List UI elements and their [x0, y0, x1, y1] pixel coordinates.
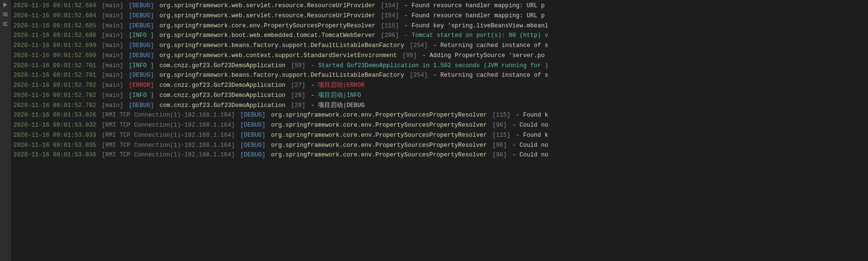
log-timestamp: 2020-11-16 09:01:52.698	[13, 31, 96, 40]
log-level: [DEBUG]	[240, 121, 266, 130]
log-linenum: [99]	[402, 51, 417, 60]
log-level: [INFO ]	[129, 61, 154, 71]
log-message: - 项目启动|INFO	[311, 91, 361, 100]
log-message: - Could no	[512, 121, 548, 130]
log-line: 2020-11-16 09:01:52.685 [main] [DEBUG] o…	[11, 21, 868, 31]
log-thread: [RMI TCP Connection(1)-192.168.1.164]	[102, 111, 235, 120]
log-linenum: [115]	[381, 22, 399, 31]
log-level: [INFO ]	[129, 91, 154, 100]
log-thread: [main]	[102, 41, 123, 50]
svg-rect-6	[3, 25, 8, 26]
log-message: - Adding PropertySource 'server.po	[422, 51, 545, 60]
log-line: 2020-11-16 09:01:53.033 [RMI TCP Connect…	[11, 130, 868, 141]
log-thread: [main]	[102, 101, 123, 110]
log-thread: [main]	[102, 51, 123, 60]
log-timestamp: 2020-11-16 09:01:53.035	[13, 141, 96, 150]
log-timestamp: 2020-11-16 09:01:52.685	[13, 22, 96, 31]
log-timestamp: 2020-11-16 09:01:52.701	[13, 71, 96, 80]
log-timestamp: 2020-11-16 09:01:53.036	[13, 151, 96, 160]
log-timestamp: 2020-11-16 09:01:52.684	[13, 1, 96, 11]
log-level: [DEBUG]	[129, 12, 154, 21]
log-line: 2020-11-16 09:01:53.035 [RMI TCP Connect…	[11, 141, 868, 151]
log-timestamp: 2020-11-16 09:01:52.699	[13, 51, 96, 60]
log-linenum: [96]	[493, 141, 507, 150]
log-message: - 项目启动|DEBUG	[311, 101, 364, 110]
log-line: 2020-11-16 09:01:52.684 [main] [DEBUG] o…	[11, 11, 868, 21]
log-thread: [RMI TCP Connection(1)-192.168.1.164]	[102, 121, 235, 130]
log-message: - Tomcat started on port(s): 80 (http) v	[404, 31, 548, 40]
log-level: [DEBUG]	[240, 131, 266, 140]
log-line: 2020-11-16 09:01:52.702 [main] [INFO ] c…	[11, 91, 868, 101]
log-message: - Returning cached instance of s	[433, 41, 548, 50]
log-message: - Found k	[516, 111, 549, 120]
log-timestamp: 2020-11-16 09:01:52.702	[13, 101, 96, 110]
log-message: - Could no	[512, 141, 548, 150]
log-logger: org.springframework.beans.factory.suppor…	[160, 71, 404, 80]
log-thread: [main]	[102, 71, 123, 80]
log-timestamp: 2020-11-16 09:01:52.699	[13, 41, 96, 50]
gutter-icon-1[interactable]	[1, 1, 9, 9]
gutter-icon-2[interactable]	[1, 11, 9, 18]
log-line: 2020-11-16 09:01:52.684 [main] [DEBUG] o…	[11, 1, 868, 11]
svg-marker-0	[3, 2, 7, 7]
log-linenum: [96]	[493, 121, 507, 130]
log-line: 2020-11-16 09:01:52.699 [main] [DEBUG] o…	[11, 51, 868, 61]
log-logger: org.springframework.web.servlet.resource…	[160, 1, 375, 11]
log-level: [DEBUG]	[129, 51, 154, 60]
log-linenum: [29]	[291, 101, 305, 110]
log-level: [INFO ]	[129, 31, 154, 40]
log-linenum: [254]	[410, 41, 428, 50]
log-thread: [main]	[102, 81, 123, 90]
log-thread: [main]	[102, 12, 123, 21]
log-logger: org.springframework.core.env.PropertySou…	[271, 121, 487, 130]
gutter-icon-3[interactable]	[1, 20, 9, 28]
log-level: [DEBUG]	[129, 41, 154, 50]
log-line: 2020-11-16 09:01:52.699 [main] [DEBUG] o…	[11, 41, 868, 51]
log-message: - Started Gof23DemoApplication in 1.502 …	[311, 61, 548, 71]
log-logger: com.cnzz.gof23.Gof23DemoApplication	[160, 61, 286, 71]
log-message: - Found resource handler mapping: URL p	[404, 12, 545, 21]
log-line: 2020-11-16 09:01:53.032 [RMI TCP Connect…	[11, 120, 868, 130]
log-line: 2020-11-16 09:01:53.026 [RMI TCP Connect…	[11, 110, 868, 120]
log-linenum: [59]	[291, 61, 305, 71]
log-message: - Could no	[512, 151, 548, 160]
log-logger: org.springframework.core.env.PropertySou…	[271, 151, 487, 160]
log-linenum: [28]	[291, 91, 305, 100]
svg-rect-2	[3, 14, 8, 15]
log-logger: com.cnzz.gof23.Gof23DemoApplication	[160, 101, 286, 110]
log-logger: org.springframework.boot.web.embedded.to…	[160, 31, 375, 40]
log-message: - Found resource handler mapping: URL p	[404, 1, 545, 11]
log-thread: [RMI TCP Connection(1)-192.168.1.164]	[102, 141, 235, 150]
log-level: [DEBUG]	[240, 151, 266, 160]
log-level: [DEBUG]	[129, 22, 154, 31]
log-line: 2020-11-16 09:01:52.698 [main] [INFO ] o…	[11, 31, 868, 41]
log-thread: [main]	[102, 61, 123, 71]
log-logger: org.springframework.core.env.PropertySou…	[271, 131, 487, 140]
log-output: 2020-11-16 09:01:52.684 [main] [DEBUG] o…	[11, 0, 868, 261]
log-thread: [RMI TCP Connection(1)-192.168.1.164]	[102, 151, 235, 160]
log-timestamp: 2020-11-16 09:01:52.701	[13, 61, 96, 71]
log-logger: com.cnzz.gof23.Gof23DemoApplication	[160, 91, 286, 100]
log-linenum: [206]	[381, 31, 399, 40]
log-message: - Found key 'spring.liveBeansView.mbeanl	[404, 22, 548, 31]
log-level: [DEBUG]	[240, 141, 266, 150]
log-timestamp: 2020-11-16 09:01:52.702	[13, 91, 96, 100]
log-thread: [main]	[102, 1, 123, 11]
log-line: 2020-11-16 09:01:52.701 [main] [DEBUG] o…	[11, 71, 868, 81]
log-logger: org.springframework.beans.factory.suppor…	[160, 41, 404, 50]
log-logger: org.springframework.web.servlet.resource…	[160, 12, 375, 21]
log-timestamp: 2020-11-16 09:01:53.033	[13, 131, 96, 140]
log-line: 2020-11-16 09:01:52.702 [main] [ERROR] c…	[11, 81, 868, 91]
log-thread: [RMI TCP Connection(1)-192.168.1.164]	[102, 131, 235, 140]
log-logger: org.springframework.web.context.support.…	[160, 51, 397, 60]
log-logger: com.cnzz.gof23.Gof23DemoApplication	[160, 81, 286, 90]
svg-rect-5	[3, 24, 6, 24]
log-message: - Found k	[516, 131, 549, 140]
log-linenum: [27]	[291, 81, 305, 90]
log-line: 2020-11-16 09:01:52.701 [main] [INFO ] c…	[11, 61, 868, 71]
log-timestamp: 2020-11-16 09:01:53.032	[13, 121, 96, 130]
log-logger: org.springframework.core.env.PropertySou…	[271, 111, 487, 120]
log-linenum: [96]	[493, 151, 507, 160]
log-linenum: [154]	[381, 1, 399, 11]
log-logger: org.springframework.core.env.PropertySou…	[160, 22, 375, 31]
